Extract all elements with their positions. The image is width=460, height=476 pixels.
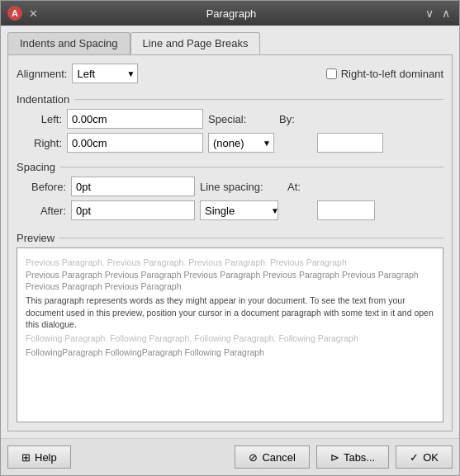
tab-line-page-breaks[interactable]: Line and Page Breaks	[130, 32, 261, 54]
panel-body: Alignment: Left Center Right Justified ▼…	[7, 54, 453, 431]
preview-prev-text: Previous Paragraph Previous Paragraph Pr…	[26, 269, 434, 293]
dialog-content: Indents and Spacing Line and Page Breaks…	[1, 26, 459, 438]
footer-left: ⊞ Help	[7, 445, 71, 469]
special-select[interactable]: (none) First Line Hanging	[208, 133, 274, 153]
preview-section: Preview Previous Paragraph. Previous Par…	[17, 229, 443, 422]
cancel-button[interactable]: ⊘ Cancel	[235, 445, 309, 469]
preview-next-light: Following Paragraph. Following Paragraph…	[26, 332, 434, 345]
tab-bar: Indents and Spacing Line and Page Breaks	[7, 32, 453, 54]
maximize-button[interactable]: ∧	[439, 7, 453, 20]
line-spacing-select-wrapper: Single 1.5 Lines Double At Least Exactly…	[200, 200, 282, 220]
alignment-label: Alignment:	[17, 68, 67, 80]
left-indent-label: Left:	[17, 113, 62, 125]
line-spacing-label: Line spacing:	[200, 181, 282, 193]
close-x-button[interactable]: ✕	[27, 7, 40, 20]
by-label: By:	[279, 113, 312, 125]
alignment-row: Alignment: Left Center Right Justified ▼…	[17, 64, 443, 83]
at-label: At:	[287, 181, 312, 193]
tab-indents-spacing[interactable]: Indents and Spacing	[7, 32, 130, 54]
minimize-button[interactable]: ∨	[423, 7, 436, 20]
dialog-title: Paragraph	[40, 7, 423, 20]
after-label: After:	[17, 205, 66, 217]
at-value-input[interactable]	[317, 200, 375, 220]
paragraph-dialog: A ✕ Paragraph ∨ ∧ Indents and Spacing Li…	[0, 0, 460, 476]
before-input[interactable]	[71, 177, 195, 196]
spacing-grid: Before: Line spacing: At: After: Single …	[17, 177, 443, 220]
ok-button[interactable]: ✓ OK	[396, 445, 453, 469]
preview-prev-light: Previous Paragraph. Previous Paragraph. …	[26, 257, 434, 269]
preview-header: Preview	[17, 232, 443, 244]
alignment-select[interactable]: Left Center Right Justified	[72, 64, 138, 83]
tabs-icon: ⊳	[330, 451, 339, 464]
left-indent-input[interactable]	[67, 109, 203, 129]
preview-main-text: This paragraph represents words as they …	[26, 295, 434, 331]
help-icon: ⊞	[21, 451, 31, 464]
alignment-select-wrapper: Left Center Right Justified ▼	[72, 64, 138, 83]
line-spacing-select[interactable]: Single 1.5 Lines Double At Least Exactly…	[200, 200, 278, 220]
title-bar: A ✕ Paragraph ∨ ∧	[1, 1, 459, 26]
rtl-row: Right-to-left dominant	[326, 68, 443, 80]
rtl-label: Right-to-left dominant	[341, 68, 443, 80]
app-icon: A	[7, 6, 22, 21]
cancel-icon: ⊘	[249, 451, 258, 464]
spacing-header: Spacing	[17, 161, 443, 173]
ok-icon: ✓	[410, 451, 419, 464]
tabs-button[interactable]: ⊳ Tabs...	[316, 445, 389, 469]
preview-box: Previous Paragraph. Previous Paragraph. …	[17, 247, 443, 422]
rtl-checkbox[interactable]	[326, 68, 337, 79]
help-button[interactable]: ⊞ Help	[7, 445, 71, 469]
by-value-input[interactable]	[317, 133, 383, 153]
title-bar-left: A ✕	[7, 6, 40, 21]
indentation-header: Indentation	[17, 93, 443, 106]
preview-next-text: FollowingParagraph FollowingParagraph Fo…	[26, 346, 434, 359]
title-bar-controls: ∨ ∧	[423, 7, 453, 20]
right-indent-label: Right:	[17, 137, 62, 149]
indentation-grid: Left: Special: By: Right: (none) First L…	[17, 109, 443, 153]
right-indent-input[interactable]	[67, 133, 203, 153]
special-select-wrapper: (none) First Line Hanging ▼	[208, 133, 274, 153]
special-label: Special:	[208, 113, 274, 125]
footer-right: ⊘ Cancel ⊳ Tabs... ✓ OK	[235, 445, 453, 469]
dialog-footer: ⊞ Help ⊘ Cancel ⊳ Tabs... ✓ OK	[1, 438, 459, 475]
after-input[interactable]	[71, 200, 195, 220]
before-label: Before:	[17, 181, 66, 193]
